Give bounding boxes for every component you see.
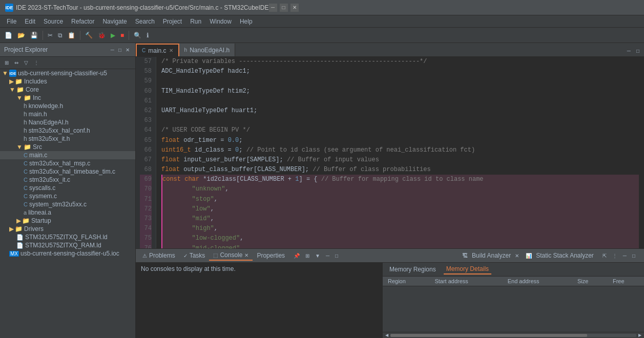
right-panel-scrollbar[interactable]: ◀ ▶ — [383, 332, 644, 338]
right-panel-maximize-btn[interactable]: □ — [630, 250, 637, 261]
build-analyzer-panel: Memory Regions Memory Details Region Sta… — [383, 263, 644, 338]
menu-window[interactable]: Window — [205, 17, 236, 26]
toolbar-copy[interactable]: ⧉ — [56, 30, 65, 41]
tree-main-c[interactable]: C main.c — [0, 151, 135, 159]
toolbar-paste[interactable]: 📋 — [66, 30, 77, 41]
console-dropdown-btn[interactable]: ▼ — [313, 250, 322, 261]
build-analyzer-label[interactable]: Build Analyzer — [472, 252, 511, 259]
tree-knowledge-h[interactable]: h knowledge.h — [0, 102, 135, 110]
console-maximize-btn[interactable]: □ — [333, 250, 340, 261]
project-explorer-header: Project Explorer ─ □ ✕ — [0, 43, 135, 57]
menu-refactor[interactable]: Refactor — [67, 17, 98, 26]
bottom-tab-console[interactable]: ⬚ Console ✕ — [209, 250, 253, 261]
tree-system-c[interactable]: C system_stm32u5xx.c — [0, 200, 135, 208]
pe-maximize-btn[interactable]: □ — [117, 44, 123, 55]
tree-sysmem-c[interactable]: C sysmem.c — [0, 192, 135, 200]
editor-maximize-btn[interactable]: □ — [634, 45, 641, 56]
toolbar-stop[interactable]: ■ — [118, 30, 126, 41]
line-66: uint16_t id_class = 0; // Point to id cl… — [161, 145, 639, 155]
menu-project[interactable]: Project — [159, 17, 186, 26]
h-file-icon4: h — [24, 127, 27, 134]
includes-folder-icon: 📁 — [15, 78, 23, 85]
col-size: Size — [572, 277, 608, 286]
tree-drivers[interactable]: ▶ 📁 Drivers — [0, 225, 135, 233]
build-analyzer-close[interactable]: ✕ — [515, 253, 519, 259]
console-layout-btn[interactable]: ⊞ — [303, 250, 311, 261]
tree-hal-msp-c[interactable]: C stm32u5xx_hal_msp.c — [0, 159, 135, 167]
scroll-right-btn[interactable]: ▶ — [637, 330, 642, 339]
right-panel-open-btn[interactable]: ⇱ — [600, 250, 609, 261]
line-59 — [161, 76, 639, 86]
build-analyzer-icon: 🏗 — [462, 252, 468, 259]
toolbar-debug[interactable]: 🐞 — [96, 30, 108, 41]
pe-filter[interactable]: ▽ — [22, 57, 30, 69]
tree-root[interactable]: ▼ IDE usb-current-sensing-classifier-u5 — [0, 69, 135, 77]
expand-icon: ▼ — [2, 70, 8, 77]
toolbar-build[interactable]: 🔨 — [83, 30, 95, 41]
tab-memory-details[interactable]: Memory Details — [444, 264, 491, 274]
static-stack-label[interactable]: Static Stack Analyzer — [536, 252, 594, 259]
tree-it-h[interactable]: h stm32u5xx_it.h — [0, 135, 135, 143]
pe-collapse-all[interactable]: ⊞ — [3, 57, 11, 69]
tab-main-c-close[interactable]: ✕ — [169, 48, 173, 53]
tab-main-c[interactable]: C main.c ✕ — [136, 44, 179, 56]
menu-edit[interactable]: Edit — [20, 17, 39, 26]
toolbar-run[interactable]: ▶ — [109, 30, 117, 41]
bottom-tab-tasks[interactable]: ✓ Tasks — [179, 251, 210, 260]
menu-search[interactable]: Search — [131, 17, 159, 26]
toolbar-save[interactable]: 💾 — [28, 30, 40, 41]
mx-icon: MX — [9, 251, 19, 257]
project-explorer: Project Explorer ─ □ ✕ ⊞ ⇔ ▽ ⋮ ▼ IDE usb… — [0, 43, 136, 338]
tree-startup[interactable]: ▶ 📁 Startup — [0, 217, 135, 225]
right-panel-minimize-btn[interactable]: ─ — [621, 250, 629, 261]
tree-inc[interactable]: ▼ 📁 Inc — [0, 94, 135, 102]
tree-main-h[interactable]: h main.h — [0, 110, 135, 118]
pe-link-with-editor[interactable]: ⇔ — [12, 57, 20, 69]
tree-libneai[interactable]: a libneai.a — [0, 208, 135, 217]
toolbar-new[interactable]: 📄 — [3, 30, 14, 41]
a-file-icon: a — [24, 209, 27, 216]
minimize-button[interactable]: ─ — [269, 4, 277, 12]
h-file-icon: h — [24, 102, 27, 110]
close-button[interactable]: ✕ — [290, 4, 299, 12]
toolbar-cut[interactable]: ✂ — [46, 30, 55, 41]
console-pin-btn[interactable]: 📌 — [292, 250, 302, 261]
code-editor[interactable]: 57 58 59 60 61 62 63 64 65 66 67 68 69 7… — [136, 57, 644, 248]
bottom-tab-problems[interactable]: ⚠ Problems — [138, 251, 179, 260]
tab-nanoedgeai-h[interactable]: h NanoEdgeAI.h — [179, 44, 236, 56]
tree-core[interactable]: ▼ 📁 Core — [0, 86, 135, 94]
tree-hal-conf-h[interactable]: h stm32u5xx_hal_conf.h — [0, 126, 135, 135]
scroll-track — [390, 334, 636, 337]
tree-it-c[interactable]: C stm32u5xx_it.c — [0, 176, 135, 184]
tree-nanoedgeai-h[interactable]: h NanoEdgeAI.h — [0, 118, 135, 126]
menu-navigate[interactable]: Navigate — [98, 17, 131, 26]
tree-src[interactable]: ▼ 📁 Src — [0, 143, 135, 151]
menu-help[interactable]: Help — [236, 17, 257, 26]
toolbar-info[interactable]: ℹ — [144, 30, 151, 41]
menu-file[interactable]: File — [3, 17, 20, 26]
tab-right-buttons: ─ □ — [625, 45, 644, 56]
tree-ioc[interactable]: MX usb-current-sensing-classifier-u5.ioc — [0, 249, 135, 258]
toolbar-open[interactable]: 📂 — [15, 30, 27, 41]
includes-label: Includes — [24, 78, 47, 85]
bottom-tab-properties[interactable]: Properties — [253, 251, 289, 260]
tree-hal-timebase-c[interactable]: C stm32u5xx_hal_timebase_tim.c — [0, 167, 135, 176]
tree-ram-ld[interactable]: 📄 STM32U575ZITXQ_RAM.ld — [0, 241, 135, 249]
toolbar-search[interactable]: 🔍 — [132, 30, 143, 41]
pe-close-btn[interactable]: ✕ — [124, 44, 131, 55]
tab-memory-regions[interactable]: Memory Regions — [387, 265, 439, 274]
tree-includes[interactable]: ▶ 📁 Includes — [0, 77, 135, 86]
pe-minimize-btn[interactable]: ─ — [109, 44, 116, 55]
scroll-left-btn[interactable]: ◀ — [384, 330, 389, 339]
maximize-button[interactable]: □ — [280, 4, 288, 12]
right-panel-menu-btn[interactable]: ⋮ — [610, 250, 619, 261]
console-minimize-btn[interactable]: ─ — [324, 250, 331, 261]
console-close-icon[interactable]: ✕ — [244, 252, 248, 258]
menu-source[interactable]: Source — [39, 17, 67, 26]
tree-flash-ld[interactable]: 📄 STM32U575ZITXQ_FLASH.ld — [0, 233, 135, 241]
tree-root-label: usb-current-sensing-classifier-u5 — [18, 70, 107, 77]
menu-run[interactable]: Run — [186, 17, 205, 26]
pe-menu[interactable]: ⋮ — [32, 57, 41, 69]
tree-syscalls-c[interactable]: C syscalls.c — [0, 184, 135, 192]
editor-minimize-btn[interactable]: ─ — [625, 45, 633, 56]
